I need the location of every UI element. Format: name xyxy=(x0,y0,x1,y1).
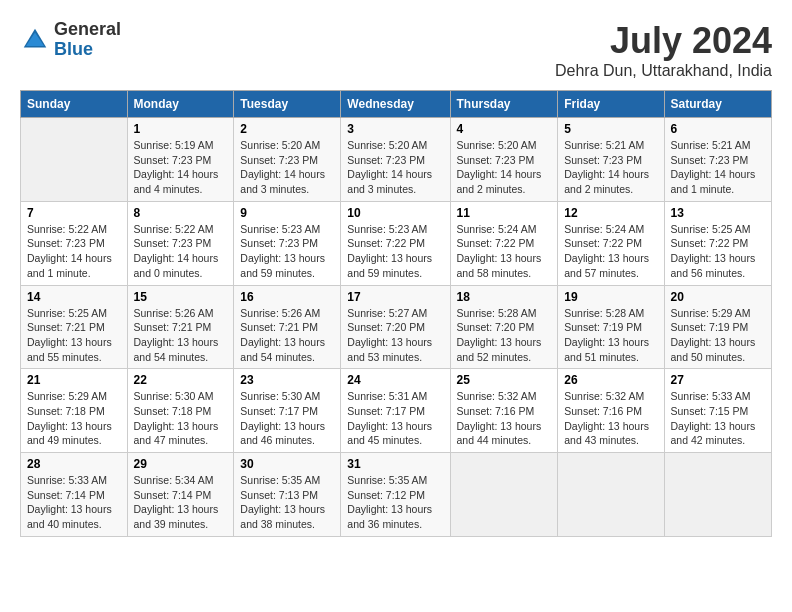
table-row: 7Sunrise: 5:22 AM Sunset: 7:23 PM Daylig… xyxy=(21,201,128,285)
header-cell-tuesday: Tuesday xyxy=(234,91,341,118)
week-row-3: 21Sunrise: 5:29 AM Sunset: 7:18 PM Dayli… xyxy=(21,369,772,453)
header-row: SundayMondayTuesdayWednesdayThursdayFrid… xyxy=(21,91,772,118)
day-info: Sunrise: 5:26 AM Sunset: 7:21 PM Dayligh… xyxy=(134,306,228,365)
logo: General Blue xyxy=(20,20,121,60)
table-row: 9Sunrise: 5:23 AM Sunset: 7:23 PM Daylig… xyxy=(234,201,341,285)
day-info: Sunrise: 5:33 AM Sunset: 7:15 PM Dayligh… xyxy=(671,389,765,448)
table-row: 22Sunrise: 5:30 AM Sunset: 7:18 PM Dayli… xyxy=(127,369,234,453)
day-number: 10 xyxy=(347,206,443,220)
day-number: 18 xyxy=(457,290,552,304)
day-number: 29 xyxy=(134,457,228,471)
table-row: 31Sunrise: 5:35 AM Sunset: 7:12 PM Dayli… xyxy=(341,453,450,537)
day-info: Sunrise: 5:22 AM Sunset: 7:23 PM Dayligh… xyxy=(134,222,228,281)
title-block: July 2024 Dehra Dun, Uttarakhand, India xyxy=(555,20,772,80)
day-info: Sunrise: 5:22 AM Sunset: 7:23 PM Dayligh… xyxy=(27,222,121,281)
day-number: 21 xyxy=(27,373,121,387)
header-cell-monday: Monday xyxy=(127,91,234,118)
table-row: 1Sunrise: 5:19 AM Sunset: 7:23 PM Daylig… xyxy=(127,118,234,202)
day-number: 5 xyxy=(564,122,657,136)
day-info: Sunrise: 5:24 AM Sunset: 7:22 PM Dayligh… xyxy=(457,222,552,281)
day-number: 9 xyxy=(240,206,334,220)
day-number: 30 xyxy=(240,457,334,471)
table-row: 24Sunrise: 5:31 AM Sunset: 7:17 PM Dayli… xyxy=(341,369,450,453)
day-info: Sunrise: 5:35 AM Sunset: 7:13 PM Dayligh… xyxy=(240,473,334,532)
day-info: Sunrise: 5:23 AM Sunset: 7:23 PM Dayligh… xyxy=(240,222,334,281)
title-month: July 2024 xyxy=(555,20,772,62)
title-location: Dehra Dun, Uttarakhand, India xyxy=(555,62,772,80)
table-row: 3Sunrise: 5:20 AM Sunset: 7:23 PM Daylig… xyxy=(341,118,450,202)
day-number: 28 xyxy=(27,457,121,471)
table-row: 17Sunrise: 5:27 AM Sunset: 7:20 PM Dayli… xyxy=(341,285,450,369)
day-number: 20 xyxy=(671,290,765,304)
week-row-1: 7Sunrise: 5:22 AM Sunset: 7:23 PM Daylig… xyxy=(21,201,772,285)
table-row: 28Sunrise: 5:33 AM Sunset: 7:14 PM Dayli… xyxy=(21,453,128,537)
day-number: 13 xyxy=(671,206,765,220)
logo-general: General xyxy=(54,20,121,40)
day-info: Sunrise: 5:28 AM Sunset: 7:20 PM Dayligh… xyxy=(457,306,552,365)
table-row: 27Sunrise: 5:33 AM Sunset: 7:15 PM Dayli… xyxy=(664,369,771,453)
logo-icon xyxy=(20,25,50,55)
day-info: Sunrise: 5:34 AM Sunset: 7:14 PM Dayligh… xyxy=(134,473,228,532)
table-row: 12Sunrise: 5:24 AM Sunset: 7:22 PM Dayli… xyxy=(558,201,664,285)
day-number: 17 xyxy=(347,290,443,304)
day-number: 19 xyxy=(564,290,657,304)
day-info: Sunrise: 5:32 AM Sunset: 7:16 PM Dayligh… xyxy=(457,389,552,448)
table-row: 8Sunrise: 5:22 AM Sunset: 7:23 PM Daylig… xyxy=(127,201,234,285)
page-header: General Blue July 2024 Dehra Dun, Uttara… xyxy=(20,20,772,80)
week-row-4: 28Sunrise: 5:33 AM Sunset: 7:14 PM Dayli… xyxy=(21,453,772,537)
day-number: 27 xyxy=(671,373,765,387)
day-number: 25 xyxy=(457,373,552,387)
day-info: Sunrise: 5:27 AM Sunset: 7:20 PM Dayligh… xyxy=(347,306,443,365)
table-row: 6Sunrise: 5:21 AM Sunset: 7:23 PM Daylig… xyxy=(664,118,771,202)
header-cell-sunday: Sunday xyxy=(21,91,128,118)
calendar-header: SundayMondayTuesdayWednesdayThursdayFrid… xyxy=(21,91,772,118)
day-number: 22 xyxy=(134,373,228,387)
day-number: 7 xyxy=(27,206,121,220)
table-row: 5Sunrise: 5:21 AM Sunset: 7:23 PM Daylig… xyxy=(558,118,664,202)
table-row: 13Sunrise: 5:25 AM Sunset: 7:22 PM Dayli… xyxy=(664,201,771,285)
table-row: 21Sunrise: 5:29 AM Sunset: 7:18 PM Dayli… xyxy=(21,369,128,453)
day-info: Sunrise: 5:23 AM Sunset: 7:22 PM Dayligh… xyxy=(347,222,443,281)
day-info: Sunrise: 5:30 AM Sunset: 7:18 PM Dayligh… xyxy=(134,389,228,448)
day-info: Sunrise: 5:19 AM Sunset: 7:23 PM Dayligh… xyxy=(134,138,228,197)
day-number: 23 xyxy=(240,373,334,387)
day-info: Sunrise: 5:28 AM Sunset: 7:19 PM Dayligh… xyxy=(564,306,657,365)
day-info: Sunrise: 5:24 AM Sunset: 7:22 PM Dayligh… xyxy=(564,222,657,281)
day-number: 6 xyxy=(671,122,765,136)
day-info: Sunrise: 5:29 AM Sunset: 7:18 PM Dayligh… xyxy=(27,389,121,448)
header-cell-wednesday: Wednesday xyxy=(341,91,450,118)
table-row xyxy=(21,118,128,202)
table-row xyxy=(450,453,558,537)
day-number: 14 xyxy=(27,290,121,304)
day-info: Sunrise: 5:20 AM Sunset: 7:23 PM Dayligh… xyxy=(347,138,443,197)
day-number: 31 xyxy=(347,457,443,471)
week-row-0: 1Sunrise: 5:19 AM Sunset: 7:23 PM Daylig… xyxy=(21,118,772,202)
table-row: 11Sunrise: 5:24 AM Sunset: 7:22 PM Dayli… xyxy=(450,201,558,285)
header-cell-friday: Friday xyxy=(558,91,664,118)
day-number: 16 xyxy=(240,290,334,304)
day-info: Sunrise: 5:25 AM Sunset: 7:21 PM Dayligh… xyxy=(27,306,121,365)
day-number: 8 xyxy=(134,206,228,220)
day-info: Sunrise: 5:35 AM Sunset: 7:12 PM Dayligh… xyxy=(347,473,443,532)
logo-blue: Blue xyxy=(54,40,121,60)
table-row xyxy=(664,453,771,537)
day-number: 2 xyxy=(240,122,334,136)
day-number: 4 xyxy=(457,122,552,136)
table-row: 10Sunrise: 5:23 AM Sunset: 7:22 PM Dayli… xyxy=(341,201,450,285)
table-row xyxy=(558,453,664,537)
day-number: 24 xyxy=(347,373,443,387)
calendar-body: 1Sunrise: 5:19 AM Sunset: 7:23 PM Daylig… xyxy=(21,118,772,537)
table-row: 16Sunrise: 5:26 AM Sunset: 7:21 PM Dayli… xyxy=(234,285,341,369)
table-row: 18Sunrise: 5:28 AM Sunset: 7:20 PM Dayli… xyxy=(450,285,558,369)
day-info: Sunrise: 5:21 AM Sunset: 7:23 PM Dayligh… xyxy=(671,138,765,197)
day-info: Sunrise: 5:29 AM Sunset: 7:19 PM Dayligh… xyxy=(671,306,765,365)
calendar-table: SundayMondayTuesdayWednesdayThursdayFrid… xyxy=(20,90,772,537)
header-cell-saturday: Saturday xyxy=(664,91,771,118)
header-cell-thursday: Thursday xyxy=(450,91,558,118)
table-row: 20Sunrise: 5:29 AM Sunset: 7:19 PM Dayli… xyxy=(664,285,771,369)
day-info: Sunrise: 5:20 AM Sunset: 7:23 PM Dayligh… xyxy=(240,138,334,197)
day-info: Sunrise: 5:20 AM Sunset: 7:23 PM Dayligh… xyxy=(457,138,552,197)
table-row: 25Sunrise: 5:32 AM Sunset: 7:16 PM Dayli… xyxy=(450,369,558,453)
day-number: 3 xyxy=(347,122,443,136)
table-row: 23Sunrise: 5:30 AM Sunset: 7:17 PM Dayli… xyxy=(234,369,341,453)
